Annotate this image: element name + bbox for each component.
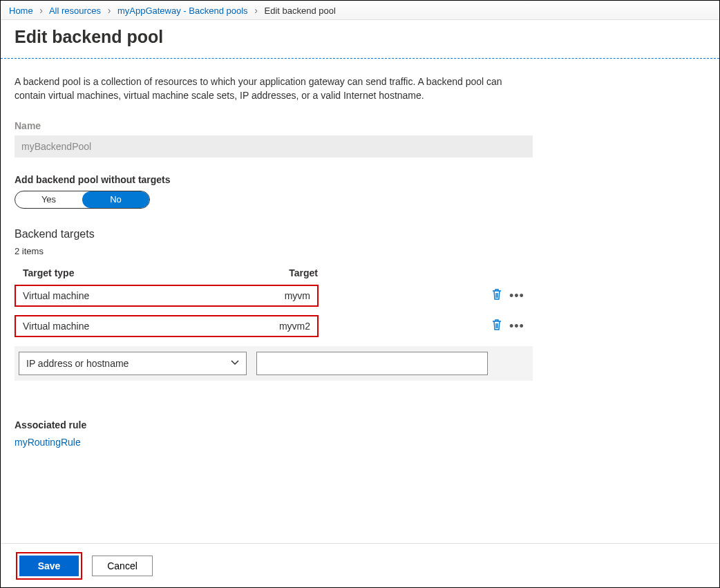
table-row: Virtual machine myvm2 •••: [15, 313, 533, 339]
column-header-type: Target type: [23, 267, 261, 278]
associated-rule-label: Associated rule: [15, 419, 705, 430]
more-icon[interactable]: •••: [509, 323, 524, 330]
chevron-down-icon: [231, 358, 239, 369]
breadcrumb-home[interactable]: Home: [9, 6, 33, 16]
cancel-button[interactable]: Cancel: [92, 556, 153, 576]
page-description: A backend pool is a collection of resour…: [15, 75, 526, 102]
associated-rule-section: Associated rule myRoutingRule: [15, 419, 705, 448]
chevron-right-icon: ›: [108, 5, 111, 16]
target-row-box[interactable]: Virtual machine myvm2: [15, 315, 319, 337]
delete-icon[interactable]: [491, 319, 502, 334]
toggle-option-no[interactable]: No: [82, 191, 149, 208]
targets-table: Target type Target Virtual machine myvm …: [15, 265, 533, 381]
table-row: Virtual machine myvm •••: [15, 283, 533, 309]
breadcrumb: Home › All resources › myAppGateway - Ba…: [1, 1, 719, 20]
items-count: 2 items: [15, 246, 705, 256]
target-value: myvm: [285, 290, 310, 301]
more-icon[interactable]: •••: [509, 292, 524, 299]
new-target-row: IP address or hostname: [15, 346, 533, 381]
chevron-right-icon: ›: [39, 5, 43, 16]
target-value-input[interactable]: [256, 352, 488, 375]
breadcrumb-current: Edit backend pool: [264, 6, 335, 16]
target-type-select[interactable]: IP address or hostname: [19, 352, 247, 375]
column-header-target: Target: [261, 267, 323, 278]
save-button[interactable]: Save: [19, 556, 79, 576]
toggle-option-yes[interactable]: Yes: [15, 191, 82, 208]
name-label: Name: [15, 120, 705, 131]
page-title: Edit backend pool: [1, 20, 719, 58]
target-row-box[interactable]: Virtual machine myvm: [15, 285, 319, 307]
target-value: myvm2: [279, 321, 310, 332]
target-type-value: Virtual machine: [23, 321, 279, 332]
footer: Save Cancel: [1, 543, 719, 587]
associated-rule-link[interactable]: myRoutingRule: [15, 437, 81, 448]
save-highlight: Save: [16, 552, 82, 580]
without-targets-label: Add backend pool without targets: [15, 174, 705, 185]
delete-icon[interactable]: [491, 288, 502, 303]
target-type-value: Virtual machine: [23, 290, 285, 301]
name-field: myBackendPool: [15, 135, 533, 158]
target-type-select-value: IP address or hostname: [26, 358, 129, 369]
chevron-right-icon: ›: [254, 5, 258, 16]
breadcrumb-all-resources[interactable]: All resources: [49, 6, 101, 16]
breadcrumb-app-gateway[interactable]: myAppGateway - Backend pools: [117, 6, 248, 16]
without-targets-toggle[interactable]: Yes No: [15, 191, 150, 209]
backend-targets-heading: Backend targets: [15, 228, 705, 240]
